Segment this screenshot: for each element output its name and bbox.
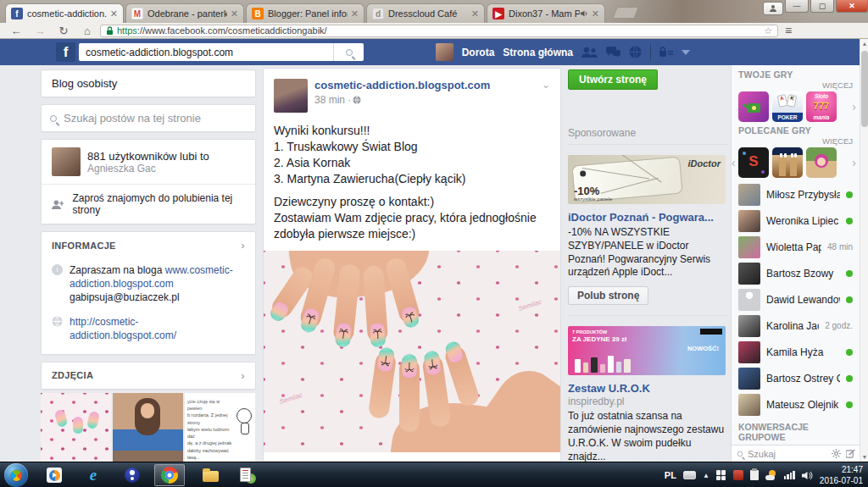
- tab-audio-icon[interactable]: [580, 9, 588, 18]
- post-photo[interactable]: Semilac Semilac Semilac: [264, 251, 560, 452]
- tab-close-icon[interactable]: ✕: [110, 8, 118, 19]
- messages-icon[interactable]: [606, 47, 620, 58]
- info-header[interactable]: INFORMACJE ›: [42, 232, 255, 258]
- sponsored-ad[interactable]: 7 PRODUKTÓW ZA JEDYNE 39 zł NOWOŚĆ! Zest…: [568, 326, 727, 462]
- new-message-icon[interactable]: [846, 449, 855, 458]
- facebook-search-value[interactable]: cosmetic-addiction.blogspot.com: [79, 47, 333, 58]
- window-maximize-button[interactable]: ▢: [810, 0, 834, 13]
- taskbar-document-app[interactable]: [232, 464, 263, 486]
- post-author-name[interactable]: cosmetic-addiction.blogspot.com: [314, 79, 490, 91]
- browser-tab-youtube[interactable]: ▶ Dixon37 - Mam Plan f ✕: [487, 3, 605, 23]
- back-button[interactable]: ←: [8, 25, 24, 37]
- scroll-down-icon[interactable]: ▼: [860, 454, 868, 460]
- invite-friends-link[interactable]: Zaproś znajomych do polubienia tej stron…: [42, 184, 255, 224]
- game-icon-poker[interactable]: A K POKER: [772, 91, 803, 122]
- chat-contact[interactable]: Miłosz Przybysławski: [738, 181, 853, 208]
- post-options-caret-icon[interactable]: ⌄: [542, 79, 550, 113]
- taskbar-chrome-active[interactable]: [154, 464, 185, 486]
- taskbar-media-player[interactable]: [39, 464, 70, 486]
- privacy-shortcuts-icon[interactable]: [659, 47, 673, 58]
- post-author-avatar[interactable]: [274, 79, 308, 113]
- like-page-button[interactable]: Polub stronę: [568, 286, 648, 305]
- chat-contact[interactable]: Wioletta Paprzycka 48 min: [738, 234, 853, 260]
- ad-image-urok[interactable]: 7 PRODUKTÓW ZA JEDYNE 39 zł NOWOŚĆ!: [568, 326, 726, 375]
- chat-contact[interactable]: Dawid Lewandowski: [738, 286, 853, 313]
- tab-close-icon[interactable]: ✕: [231, 8, 238, 19]
- game-icon-slither[interactable]: S: [738, 147, 769, 178]
- bookmark-star-icon[interactable]: ☆: [764, 25, 772, 36]
- chat-contact[interactable]: Bartosz Ostrey Ostro...: [738, 365, 853, 391]
- post-timestamp[interactable]: 38 min ·: [314, 94, 351, 106]
- friend-avatar[interactable]: [52, 147, 81, 176]
- browser-tab-facebook[interactable]: f cosmetic-addiction.blogsp ✕: [5, 3, 124, 23]
- scrollbar-thumb[interactable]: [861, 51, 868, 127]
- more-games-link[interactable]: WIĘCEJ: [738, 136, 853, 146]
- page-post-search[interactable]: Szukaj postów na tej stronie: [41, 104, 256, 132]
- chat-contact[interactable]: Karolina Jackow... 2 godz.: [738, 313, 853, 339]
- taskbar-file-explorer[interactable]: [195, 464, 225, 486]
- games-scroll-left-icon[interactable]: ‹: [732, 156, 736, 169]
- user-avatar[interactable]: [436, 43, 453, 61]
- profile-link[interactable]: Dorota: [462, 47, 495, 58]
- browser-tab-dresscloud[interactable]: d Dresscloud Café ✕: [366, 3, 485, 23]
- tray-windows-icon[interactable]: [716, 470, 726, 480]
- home-button[interactable]: ⌂: [80, 25, 95, 37]
- tab-close-icon[interactable]: ✕: [471, 8, 479, 19]
- page-scrollbar[interactable]: ▲ ▼: [860, 39, 868, 462]
- taskbar-internet-explorer[interactable]: e: [78, 464, 108, 486]
- language-indicator[interactable]: PL: [665, 470, 676, 480]
- chat-search-bar[interactable]: Szukaj: [732, 445, 860, 462]
- scroll-up-icon[interactable]: ▲: [860, 41, 868, 47]
- photo-thumb-nails[interactable]: [41, 393, 111, 462]
- create-page-button[interactable]: Utwórz stronę: [568, 69, 658, 90]
- taskbar-messenger-app[interactable]: [117, 464, 147, 486]
- start-button[interactable]: [4, 463, 28, 487]
- network-signal-icon[interactable]: [784, 471, 795, 479]
- game-icon-watering-can[interactable]: [738, 91, 769, 122]
- website-link[interactable]: http://cosmetic-addiction.blogspot.com/: [70, 315, 245, 342]
- tray-expand-icon[interactable]: ▲: [703, 472, 709, 479]
- taskbar-clock[interactable]: 21:47 2016-07-01: [820, 464, 863, 487]
- window-minimize-button[interactable]: —: [785, 0, 809, 13]
- ad-title-link[interactable]: iDoctor Poznań - Pogwara...: [568, 211, 727, 224]
- browser-menu-icon[interactable]: ≡: [785, 24, 792, 37]
- window-close-button[interactable]: ✕: [836, 0, 868, 13]
- notifications-globe-icon[interactable]: [629, 46, 642, 58]
- tray-weather-icon[interactable]: [765, 470, 777, 480]
- reload-button[interactable]: ↻: [56, 25, 71, 37]
- chat-contact[interactable]: Mateusz Olejnik: [738, 391, 853, 418]
- browser-tab-gmail[interactable]: M Odebrane - panterka2410 ✕: [125, 3, 244, 23]
- photos-header[interactable]: ZDJĘCIA ›: [41, 362, 256, 390]
- forward-button[interactable]: →: [32, 25, 47, 37]
- browser-tab-blogger[interactable]: B Blogger: Panel informacyj ✕: [246, 3, 364, 23]
- tab-close-icon[interactable]: ✕: [592, 8, 599, 19]
- keyboard-layout-icon[interactable]: [683, 471, 696, 479]
- game-icon-masha[interactable]: [806, 147, 837, 178]
- chat-contact[interactable]: Kamila Hyża: [738, 339, 853, 365]
- photo-thumb-selfie[interactable]: [113, 393, 183, 462]
- url-field[interactable]: https ://www.facebook.com/cosmeticaddict…: [100, 25, 778, 37]
- photo-thumb-quote[interactable]: ycie czuję się w pewien b rozdarta. Z je…: [185, 393, 255, 462]
- ad-title-link[interactable]: Zestaw U.R.O.K: [568, 382, 727, 395]
- chat-contact[interactable]: Weronika Lipiec: [738, 208, 853, 234]
- chat-contact[interactable]: Bartosz Bzowy: [738, 260, 853, 286]
- account-menu-caret-icon[interactable]: [682, 50, 690, 55]
- games-scroll-right-icon[interactable]: ›: [852, 156, 856, 169]
- facebook-search-button[interactable]: [333, 43, 364, 61]
- facebook-logo[interactable]: f: [56, 42, 75, 62]
- friend-requests-icon[interactable]: [581, 47, 598, 58]
- ad-image-idoctor[interactable]: iDoctor -10% wszystkie panele: [568, 155, 726, 204]
- facebook-search-field[interactable]: cosmetic-addiction.blogspot.com: [79, 43, 364, 61]
- tray-clipboard-icon[interactable]: [750, 470, 759, 480]
- home-link[interactable]: Strona główna: [503, 47, 573, 58]
- game-icon-bowling[interactable]: [772, 147, 803, 178]
- tab-close-icon[interactable]: ✕: [351, 8, 359, 19]
- browser-profile-button[interactable]: [763, 2, 783, 15]
- games-scroll-right-icon[interactable]: ›: [852, 100, 856, 113]
- liked-by-friend[interactable]: Agnieszka Gac: [87, 163, 209, 174]
- sponsored-ad[interactable]: iDoctor -10% wszystkie panele iDoctor Po…: [568, 155, 727, 305]
- game-icon-sloto-mania[interactable]: Sloto 777 mania: [806, 91, 837, 122]
- more-games-link[interactable]: WIĘCEJ: [738, 80, 853, 90]
- chat-settings-gear-icon[interactable]: [832, 449, 841, 458]
- volume-icon[interactable]: [802, 471, 813, 480]
